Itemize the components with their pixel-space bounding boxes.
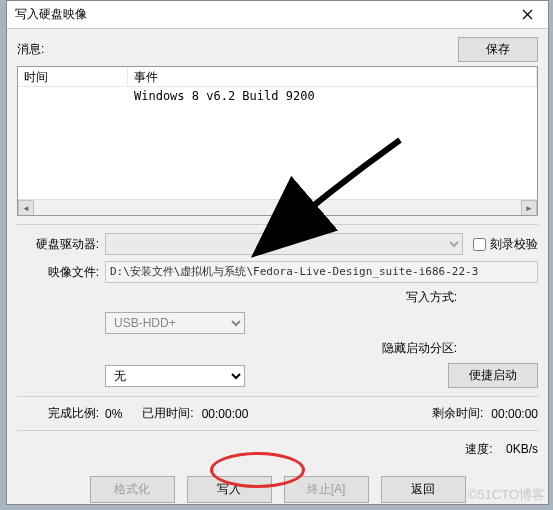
scroll-track[interactable]	[34, 200, 521, 215]
separator	[17, 224, 538, 225]
titlebar: 写入硬盘映像	[7, 1, 548, 29]
drive-select[interactable]	[105, 233, 463, 255]
info-label: 消息:	[17, 41, 44, 58]
speed-value: 0KB/s	[506, 442, 538, 456]
ratio-label: 完成比例:	[17, 405, 105, 422]
verify-label: 刻录校验	[490, 236, 538, 253]
list-body: Windows 8 v6.2 Build 9200	[18, 87, 537, 105]
verify-checkbox-wrap[interactable]: 刻录校验	[473, 236, 538, 253]
speed-label: 速度:	[465, 442, 492, 456]
drive-label: 硬盘驱动器:	[17, 236, 105, 253]
save-button[interactable]: 保存	[458, 37, 538, 62]
list-header: 时间 事件	[18, 67, 537, 87]
speed-row: 速度: 0KB/s	[17, 441, 538, 458]
action-button-row: 格式化 写入 终止[A] 返回	[17, 476, 538, 503]
ratio-value: 0%	[105, 407, 122, 421]
list-item: Windows 8 v6.2 Build 9200	[134, 89, 531, 103]
dialog-window: 写入硬盘映像 消息: 保存 时间 事件 Windows 8 v6.2 Build…	[6, 0, 549, 505]
remain-value: 00:00:00	[491, 407, 538, 421]
abort-button[interactable]: 终止[A]	[284, 476, 369, 503]
used-value: 00:00:00	[202, 407, 249, 421]
content-area: 消息: 保存 时间 事件 Windows 8 v6.2 Build 9200 ◄…	[7, 29, 548, 510]
separator	[17, 396, 538, 397]
quick-boot-button[interactable]: 便捷启动	[448, 363, 538, 388]
used-label: 已用时间:	[142, 405, 193, 422]
window-title: 写入硬盘映像	[15, 6, 87, 23]
scroll-left-button[interactable]: ◄	[18, 200, 34, 216]
write-mode-select[interactable]: USB-HDD+	[105, 312, 245, 334]
col-time-header[interactable]: 时间	[18, 67, 128, 86]
verify-checkbox[interactable]	[473, 238, 486, 251]
form-area: 硬盘驱动器: 刻录校验 映像文件: D:\安装文件\虚拟机与系统\Fedora-…	[17, 233, 538, 388]
image-path-field[interactable]: D:\安装文件\虚拟机与系统\Fedora-Live-Design_suite-…	[105, 261, 538, 283]
write-button[interactable]: 写入	[187, 476, 272, 503]
message-listbox[interactable]: 时间 事件 Windows 8 v6.2 Build 9200 ◄ ►	[17, 66, 538, 216]
horizontal-scrollbar[interactable]: ◄ ►	[18, 199, 537, 215]
hide-boot-select[interactable]: 无	[105, 365, 245, 387]
hide-boot-label: 隐藏启动分区:	[105, 340, 463, 357]
format-button[interactable]: 格式化	[90, 476, 175, 503]
col-event-header[interactable]: 事件	[128, 67, 537, 86]
image-label: 映像文件:	[17, 264, 105, 281]
close-icon	[522, 9, 533, 20]
progress-row: 完成比例: 0% 已用时间: 00:00:00 剩余时间: 00:00:00	[17, 405, 538, 422]
remain-label: 剩余时间:	[432, 405, 483, 422]
scroll-right-button[interactable]: ►	[521, 200, 537, 216]
separator	[17, 430, 538, 431]
return-button[interactable]: 返回	[381, 476, 466, 503]
write-mode-label: 写入方式:	[105, 289, 463, 306]
close-button[interactable]	[506, 1, 548, 29]
